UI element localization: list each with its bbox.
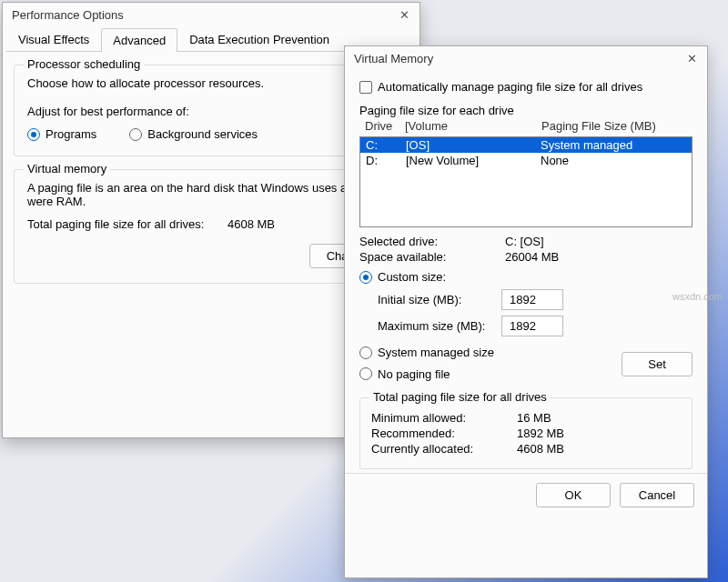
- drive-row[interactable]: C: [OS] System managed: [360, 137, 692, 153]
- group-legend: Virtual memory: [24, 162, 110, 176]
- close-icon[interactable]: ✕: [398, 9, 410, 22]
- drive-listbox[interactable]: C: [OS] System managed D: [New Volume] N…: [359, 136, 693, 227]
- recommended-value: 1892 MB: [517, 426, 564, 440]
- radio-icon: [27, 128, 40, 141]
- maximum-size-input[interactable]: [501, 316, 563, 336]
- drive-volume: [New Volume]: [406, 154, 541, 167]
- radio-bg-label: Background services: [147, 127, 258, 141]
- drive-letter: D:: [366, 154, 406, 167]
- initial-size-label: Initial size (MB):: [378, 293, 496, 306]
- space-available-value: 26004 MB: [505, 250, 559, 264]
- total-paging-group: Total paging file size for all drives Mi…: [359, 397, 693, 469]
- space-available-label: Space available:: [359, 250, 505, 264]
- radio-icon: [129, 128, 142, 141]
- drive-size: None: [541, 154, 686, 167]
- drive-list-header: Drive [Volume Paging File Size (MB): [359, 117, 693, 135]
- minimum-allowed-label: Minimum allowed:: [371, 411, 517, 425]
- drive-size: System managed: [541, 138, 686, 152]
- checkbox-icon: [359, 81, 372, 94]
- maximum-size-label: Maximum size (MB):: [378, 319, 496, 333]
- dialog-button-row: OK Cancel: [345, 473, 707, 517]
- titlebar: Virtual Memory ✕: [345, 46, 707, 71]
- radio-system-managed[interactable]: System managed size: [359, 346, 494, 359]
- tab-visual-effects[interactable]: Visual Effects: [6, 27, 101, 51]
- adjust-label: Adjust for best performance of:: [27, 105, 395, 118]
- drive-letter: C:: [366, 138, 406, 152]
- group-legend: Processor scheduling: [24, 57, 144, 71]
- virtual-memory-dialog: Virtual Memory ✕ Automatically manage pa…: [344, 45, 708, 578]
- col-drive: Drive: [365, 119, 405, 133]
- vm-desc: A paging file is an area on the hard dis…: [27, 181, 395, 208]
- currently-allocated-value: 4608 MB: [517, 442, 564, 456]
- radio-custom-size[interactable]: Custom size:: [359, 270, 446, 284]
- set-button[interactable]: Set: [622, 352, 693, 376]
- minimum-allowed-value: 16 MB: [517, 411, 551, 425]
- dialog-title: Performance Options: [12, 8, 124, 22]
- radio-no-paging-label: No paging file: [378, 367, 450, 381]
- initial-size-input[interactable]: [501, 289, 563, 310]
- tab-advanced[interactable]: Advanced: [101, 28, 177, 52]
- auto-manage-checkbox[interactable]: Automatically manage paging file size fo…: [359, 80, 642, 94]
- radio-custom-label: Custom size:: [378, 270, 446, 284]
- recommended-label: Recommended:: [371, 426, 517, 440]
- radio-icon: [359, 367, 372, 380]
- titlebar: Performance Options ✕: [3, 3, 420, 27]
- col-size: Paging File Size (MB): [541, 119, 687, 133]
- selected-drive-label: Selected drive:: [359, 235, 505, 248]
- watermark-text: wsxdn.com: [672, 291, 723, 302]
- radio-programs-label: Programs: [46, 127, 96, 141]
- radio-programs[interactable]: Programs: [27, 127, 96, 141]
- drive-list-caption: Paging file size for each drive: [359, 104, 693, 117]
- radio-icon: [359, 346, 372, 359]
- currently-allocated-label: Currently allocated:: [371, 442, 517, 456]
- drive-row[interactable]: D: [New Volume] None: [360, 153, 692, 168]
- dialog-title: Virtual Memory: [354, 52, 433, 65]
- total-paging-label: Total paging file size for all drives:: [27, 217, 228, 231]
- radio-icon: [359, 271, 372, 284]
- total-paging-value: 4608 MB: [228, 217, 275, 231]
- cancel-button[interactable]: Cancel: [620, 483, 694, 507]
- radio-system-managed-label: System managed size: [378, 346, 494, 359]
- col-volume: [Volume: [405, 119, 541, 133]
- scheduling-desc: Choose how to allocate processor resourc…: [27, 76, 395, 90]
- tab-dep[interactable]: Data Execution Prevention: [177, 27, 341, 51]
- selected-drive-value: C: [OS]: [505, 235, 544, 248]
- radio-background-services[interactable]: Background services: [129, 127, 258, 141]
- auto-manage-label: Automatically manage paging file size fo…: [378, 80, 642, 94]
- radio-no-paging-file[interactable]: No paging file: [359, 367, 450, 381]
- group-legend: Total paging file size for all drives: [369, 390, 551, 404]
- drive-volume: [OS]: [406, 138, 541, 152]
- close-icon[interactable]: ✕: [685, 53, 698, 65]
- ok-button[interactable]: OK: [536, 483, 611, 507]
